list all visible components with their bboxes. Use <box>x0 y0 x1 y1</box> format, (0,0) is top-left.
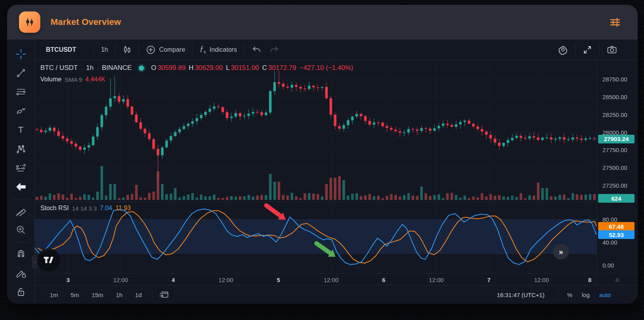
candle-body <box>152 139 155 149</box>
price-axis[interactable]: 28750.0028500.0028250.0028000.0027750.00… <box>597 60 638 273</box>
redo-button[interactable] <box>268 43 286 56</box>
undo-button[interactable] <box>244 43 268 56</box>
candle-body <box>347 120 350 125</box>
volume-bar <box>286 196 289 200</box>
volume-bar <box>589 194 591 200</box>
candle-body <box>433 128 436 131</box>
candle-body <box>44 131 47 132</box>
magnet-tool[interactable] <box>13 247 28 262</box>
candle-body <box>36 129 38 130</box>
indicator-more-button[interactable]: » <box>553 244 569 260</box>
volume-bar <box>53 195 56 200</box>
ruler-tool[interactable] <box>13 203 28 218</box>
candle-body <box>424 128 427 129</box>
zoom-in-tool[interactable] <box>13 222 28 237</box>
stoch-rsi-legend[interactable]: Stoch RSI 14 14 3 3 7.04 11.93 <box>40 205 131 212</box>
volume-bar <box>161 184 164 200</box>
volume-bar <box>157 171 159 200</box>
lock-all-tool[interactable] <box>13 284 28 299</box>
axis-settings-sun-icon[interactable]: ☼ <box>614 276 621 284</box>
stoch-rsi-pane-canvas[interactable] <box>35 201 597 273</box>
volume-bar <box>451 193 453 200</box>
fullscreen-button[interactable] <box>576 43 599 56</box>
stoch-d-value: 11.93 <box>116 205 131 212</box>
volume-bar <box>291 193 294 200</box>
candle-body <box>498 143 501 146</box>
text-tool[interactable]: T <box>13 122 28 137</box>
crosshair-tool[interactable] <box>13 47 28 62</box>
volume-bar <box>407 193 410 200</box>
candle-body <box>57 131 60 136</box>
stoch-axis-label: 40.00 <box>602 239 617 246</box>
fullscreen-icon <box>583 45 592 55</box>
candle-body <box>459 122 462 124</box>
fib-lines-tool[interactable] <box>13 85 28 100</box>
candle-body <box>222 107 224 112</box>
candle-body <box>239 113 242 116</box>
pane-divider[interactable] <box>35 201 638 202</box>
time-axis[interactable]: 312:00412:00512:00612:00712:008 ☼ <box>35 273 638 285</box>
candle-body <box>235 113 237 117</box>
volume-legend[interactable]: Volume SMA 9 4.444K <box>40 76 105 83</box>
volume-bar <box>273 182 276 200</box>
volume-bar <box>36 197 38 200</box>
volume-bar <box>412 196 415 200</box>
lock-drawings-tool[interactable] <box>13 265 28 280</box>
volume-bar <box>183 196 186 200</box>
volume-bar <box>239 196 242 200</box>
trend-line-tool[interactable] <box>13 66 28 81</box>
widget-settings-sliders-icon[interactable] <box>609 16 621 28</box>
log-scale-button[interactable]: log <box>577 290 595 300</box>
back-arrow-tool[interactable] <box>13 179 28 194</box>
forecast-tool[interactable] <box>13 160 28 175</box>
interval-1d-button[interactable]: 1d <box>132 289 146 301</box>
candle-body <box>407 129 410 132</box>
candle-body <box>135 115 138 122</box>
volume-bar <box>559 195 561 200</box>
interval-1h-button[interactable]: 1h <box>112 289 126 301</box>
candle-body <box>511 138 514 140</box>
interval-button[interactable]: 1h <box>94 43 115 56</box>
volume-bar <box>269 174 272 200</box>
volume-bar <box>213 195 216 200</box>
candle-body <box>489 135 492 139</box>
candle-body <box>187 124 190 126</box>
volume-bar <box>567 198 570 200</box>
percent-scale-button[interactable]: % <box>562 290 577 300</box>
bottom-separator <box>152 290 152 300</box>
volume-bar <box>109 184 112 200</box>
snapshot-button[interactable] <box>600 43 624 56</box>
interval-1m-button[interactable]: 1m <box>46 289 62 301</box>
tradingview-logo[interactable] <box>37 248 60 271</box>
chart-settings-button[interactable] <box>551 43 575 56</box>
interval-15m-button[interactable]: 15m <box>88 289 107 301</box>
symbol-legend[interactable]: BTC / USDT · 1h · BINANCE O30599.89 H306… <box>40 64 353 72</box>
pattern-tool[interactable] <box>13 141 28 156</box>
price-pane-canvas[interactable] <box>35 60 597 201</box>
compare-button[interactable]: Compare <box>139 43 192 56</box>
page-title: Market Overview <box>51 17 121 27</box>
volume-bar <box>79 197 81 200</box>
volume-bar <box>87 195 90 200</box>
candles-style-icon <box>123 45 131 55</box>
indicators-button[interactable]: ƒx Indicators <box>193 43 244 56</box>
candle-body <box>217 107 220 107</box>
candle-body <box>66 139 69 141</box>
candle-body <box>394 130 397 131</box>
volume-bar <box>442 198 445 200</box>
candle-body <box>252 112 254 113</box>
interval-5m-button[interactable]: 5m <box>67 289 83 301</box>
brush-tool[interactable] <box>13 104 28 119</box>
candle-body <box>114 96 116 98</box>
symbol-button[interactable]: BTCUSDT <box>35 43 93 56</box>
goto-date-button[interactable] <box>156 288 171 301</box>
auto-scale-button[interactable]: auto <box>595 290 616 300</box>
chart-plot-area[interactable]: BTC / USDT · 1h · BINANCE O30599.89 H306… <box>35 60 597 273</box>
chart-style-button[interactable] <box>116 43 138 56</box>
candle-body <box>286 87 289 88</box>
volume-bar <box>191 193 194 200</box>
clock[interactable]: 16:31:47 (UTC+1) <box>497 292 544 298</box>
sidebar-divider <box>12 199 30 200</box>
chart-region[interactable]: BTC / USDT · 1h · BINANCE O30599.89 H306… <box>35 60 638 273</box>
candle-body <box>139 122 142 129</box>
